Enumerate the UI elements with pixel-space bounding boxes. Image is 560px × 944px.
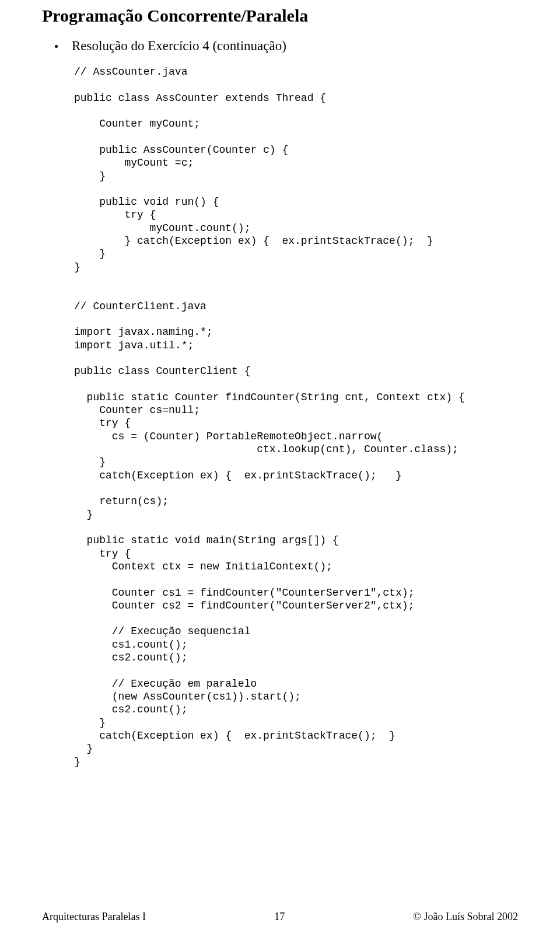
- bullet-icon: [55, 45, 58, 48]
- footer-page-number: 17: [274, 911, 285, 923]
- page-title: Programação Concorrente/Paralela: [42, 6, 518, 26]
- bullet-text: Resolução do Exercício 4 (continuação): [72, 39, 286, 54]
- footer-right: © João Luís Sobral 2002: [413, 911, 518, 923]
- code-block: // AssCounter.java public class AssCount…: [74, 65, 518, 768]
- bullet-line: Resolução do Exercício 4 (continuação): [42, 39, 518, 54]
- footer-left: Arquitecturas Paralelas I: [42, 911, 146, 923]
- page: Programação Concorrente/Paralela Resoluç…: [0, 0, 560, 944]
- footer: Arquitecturas Paralelas I 17 © João Luís…: [0, 911, 560, 923]
